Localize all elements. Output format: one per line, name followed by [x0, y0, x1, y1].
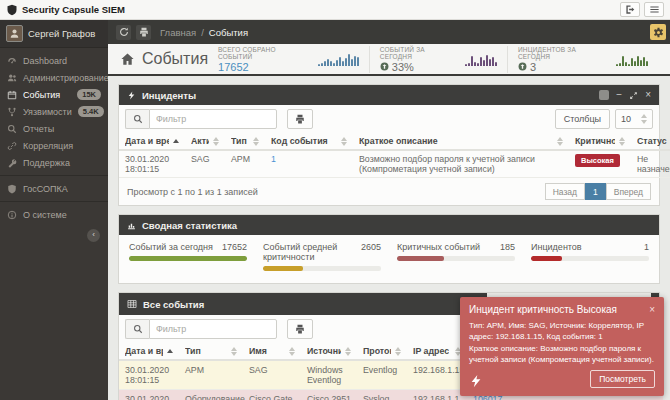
stat-value: 33% — [380, 61, 459, 73]
spinner-icon — [641, 114, 647, 124]
incidents-table: Дата и время Актив Тип Код события Кратк… — [119, 133, 670, 178]
print-page-button[interactable] — [136, 25, 151, 40]
cell-name: SAG — [243, 360, 301, 390]
cell-name: Cisco Gate 1 — [243, 390, 301, 400]
expand-panel-icon[interactable] — [629, 91, 638, 100]
logout-button[interactable] — [620, 2, 640, 17]
sidebar: Сергей Графов Dashboard Администрировани… — [0, 20, 108, 400]
close-panel-button[interactable]: × — [645, 90, 651, 100]
sidebar-menu: Dashboard Администрирование События 15K … — [0, 48, 108, 248]
panel-options-button[interactable] — [599, 90, 609, 100]
event-code-link[interactable]: 1 — [271, 154, 276, 164]
cell-source: Cisco 2951 — [301, 390, 357, 400]
events-print-button[interactable] — [287, 319, 313, 339]
cell-datetime: 30.01.202018:01:15 — [119, 150, 185, 178]
breadcrumb-bar: Главная / События — [108, 20, 670, 44]
sparkline-incidents-today — [616, 52, 648, 66]
stat-value: 3 — [518, 61, 610, 73]
page-title: События — [120, 50, 208, 68]
page-number-button[interactable]: 1 — [585, 183, 606, 200]
shield-logo-icon — [6, 4, 18, 16]
next-page-button[interactable]: Вперед — [606, 183, 651, 200]
column-header[interactable]: IP адрес — [407, 343, 467, 360]
column-header[interactable]: Статус — [631, 133, 670, 150]
sort-icon — [213, 137, 219, 146]
gauge-icon — [7, 56, 17, 66]
sort-icon — [619, 137, 625, 146]
arrow-up-circle-icon — [380, 62, 389, 71]
sidebar-item-reports[interactable]: Отчеты — [0, 120, 108, 137]
stat-total-events: ВСЕГО СОБРАНО СОБЫТИЙ 17652 — [208, 46, 369, 73]
settings-button[interactable] — [650, 24, 666, 40]
sidebar-item-correlation[interactable]: Корреляция — [0, 137, 108, 154]
sidebar-item-events[interactable]: События 15K — [0, 86, 108, 103]
refresh-button[interactable] — [116, 25, 131, 40]
column-header[interactable]: Критичность — [569, 133, 631, 150]
events-filter-input[interactable] — [149, 319, 277, 339]
incident-toast: Инцидент критичность Высокая × Тип: АРМ,… — [460, 297, 664, 396]
sidebar-item-administration[interactable]: Администрирование — [0, 69, 108, 86]
severity-badge: Высокая — [575, 154, 620, 167]
cell-type: АРМ — [225, 150, 265, 178]
column-header[interactable]: Дата и время — [119, 343, 179, 360]
column-header[interactable]: Тип — [179, 343, 243, 360]
column-header[interactable]: Тип — [225, 133, 265, 150]
events-count-badge: 15K — [77, 89, 101, 100]
column-header[interactable]: Актив — [185, 133, 225, 150]
breadcrumb-home[interactable]: Главная — [160, 27, 196, 38]
summary-medium-events: Событий средней критичности2605 — [263, 242, 381, 271]
sidebar-item-label: О системе — [23, 210, 67, 220]
incident-row[interactable]: 30.01.202018:01:15 SAG АРМ 1 Возможно по… — [119, 150, 670, 178]
progress-fill — [129, 256, 247, 261]
sidebar-user[interactable]: Сергей Графов — [0, 20, 108, 48]
sidebar-item-dashboard[interactable]: Dashboard — [0, 52, 108, 69]
bolt-icon — [469, 374, 483, 388]
progress-fill — [397, 256, 444, 261]
cell-protocol: Eventlog — [357, 360, 407, 390]
column-header[interactable]: Протокол — [357, 343, 407, 360]
printer-icon — [295, 324, 305, 334]
menu-divider — [0, 175, 108, 176]
table-icon — [127, 299, 137, 309]
column-header[interactable]: Код события — [265, 133, 353, 150]
column-header[interactable]: Источник — [301, 343, 357, 360]
cell-type: Оборудование — [179, 390, 243, 400]
menu-divider — [0, 201, 108, 202]
toast-close-icon[interactable]: × — [649, 304, 655, 315]
bar-chart-icon — [127, 221, 136, 230]
cell-ip: 192.168.1.1 — [407, 390, 467, 400]
sidebar-item-label: Dashboard — [23, 56, 67, 66]
menu-button[interactable] — [644, 2, 664, 17]
column-header[interactable]: Краткое описание — [353, 133, 569, 150]
content-area: Инциденты − × Столбцы — [108, 76, 670, 400]
sidebar-item-label: События — [23, 90, 60, 100]
sidebar-collapse-button[interactable]: ‹ — [87, 229, 100, 242]
incidents-page-size-select[interactable]: 10 — [615, 109, 653, 129]
stat-label: ИНЦИДЕНТОВ ЗА СЕГОДНЯ — [518, 46, 610, 60]
incidents-columns-button[interactable]: Столбцы — [555, 109, 610, 129]
breadcrumb-current: События — [209, 27, 248, 38]
summary-events-today: Событий за сегодня17652 — [129, 242, 247, 271]
toast-view-button[interactable]: Посмотреть — [590, 370, 655, 388]
sidebar-item-vulnerabilities[interactable]: Уязвимости 5.4K — [0, 103, 108, 120]
progress-track — [397, 256, 515, 261]
column-header[interactable]: Дата и время — [119, 133, 185, 150]
cell-description: Возможно подбор пароля к учетной записи … — [353, 150, 569, 178]
incidents-print-button[interactable] — [287, 109, 313, 129]
incidents-filter-input[interactable] — [149, 109, 277, 129]
collapse-panel-button[interactable]: − — [616, 90, 622, 100]
sidebar-item-about[interactable]: О системе — [0, 206, 108, 223]
printer-icon — [295, 114, 305, 124]
cell-asset: SAG — [185, 150, 225, 178]
column-header[interactable]: Имя — [243, 343, 301, 360]
prev-page-button[interactable]: Назад — [545, 183, 585, 200]
avatar — [6, 25, 23, 42]
summary-critical-events: Критичных событий185 — [397, 242, 515, 271]
sort-icon — [231, 347, 237, 356]
sidebar-item-support[interactable]: Поддержка — [0, 154, 108, 171]
wrench-icon — [7, 158, 17, 168]
incidents-panel-header: Инциденты − × — [119, 85, 659, 105]
gear-icon — [653, 27, 664, 38]
hamburger-icon — [649, 4, 660, 15]
sidebar-item-gossopka[interactable]: ГосСОПКА — [0, 180, 108, 197]
